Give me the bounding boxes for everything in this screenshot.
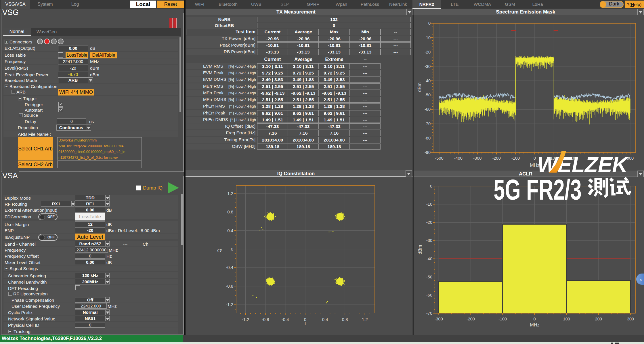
svg-text:-0.4: -0.4 (226, 265, 233, 270)
svg-text:-60: -60 (426, 293, 432, 297)
svg-text:0: 0 (430, 184, 432, 188)
svg-text:-30: -30 (426, 238, 432, 243)
svg-text:1.2: 1.2 (362, 317, 368, 322)
svg-text:-10: -10 (425, 35, 431, 40)
svg-text:0.4: 0.4 (227, 228, 233, 233)
svg-text:-40: -40 (425, 79, 431, 83)
svg-text:-0.8: -0.8 (262, 317, 269, 322)
svg-text:-60: -60 (425, 107, 431, 112)
svg-text:-300: -300 (435, 317, 443, 321)
svg-text:-70: -70 (425, 121, 431, 126)
svg-text:-100: -100 (498, 317, 507, 321)
svg-text:dBm: dBm (418, 245, 423, 255)
svg-text:I: I (305, 321, 306, 326)
svg-text:-500: -500 (435, 156, 443, 160)
svg-text:1.2: 1.2 (227, 191, 233, 196)
svg-text:5G FR2/3: 5G FR2/3 (494, 173, 582, 206)
svg-text:0.8: 0.8 (342, 317, 348, 322)
svg-text:-50: -50 (425, 93, 431, 97)
svg-text:-50: -50 (426, 275, 432, 279)
svg-text:-10: -10 (426, 202, 432, 207)
svg-text:0: 0 (231, 246, 233, 251)
svg-text:300: 300 (627, 317, 634, 321)
svg-text:-1.2: -1.2 (242, 317, 249, 322)
svg-text:-400: -400 (454, 156, 463, 160)
svg-text:0.4: 0.4 (322, 317, 328, 322)
svg-text:-20: -20 (425, 50, 431, 54)
svg-text:0.8: 0.8 (227, 209, 233, 214)
svg-text:-90: -90 (425, 150, 431, 155)
svg-text:MHz: MHz (530, 322, 540, 327)
svg-text:dBm: dBm (417, 83, 422, 92)
svg-text:200: 200 (595, 317, 602, 321)
svg-text:-70: -70 (426, 311, 432, 316)
svg-text:-200: -200 (467, 317, 475, 321)
svg-text:-20: -20 (426, 220, 432, 225)
svg-text:Q: Q (217, 249, 222, 252)
svg-text:-40: -40 (426, 257, 432, 261)
svg-text:-80: -80 (425, 136, 431, 140)
svg-text:-0.8: -0.8 (226, 284, 233, 288)
svg-text:0: 0 (428, 21, 431, 26)
svg-text:-0.4: -0.4 (282, 317, 289, 322)
svg-text:100: 100 (563, 317, 570, 321)
svg-text:0: 0 (534, 317, 536, 321)
svg-text:-1.2: -1.2 (226, 302, 233, 307)
svg-text:-30: -30 (425, 64, 431, 69)
